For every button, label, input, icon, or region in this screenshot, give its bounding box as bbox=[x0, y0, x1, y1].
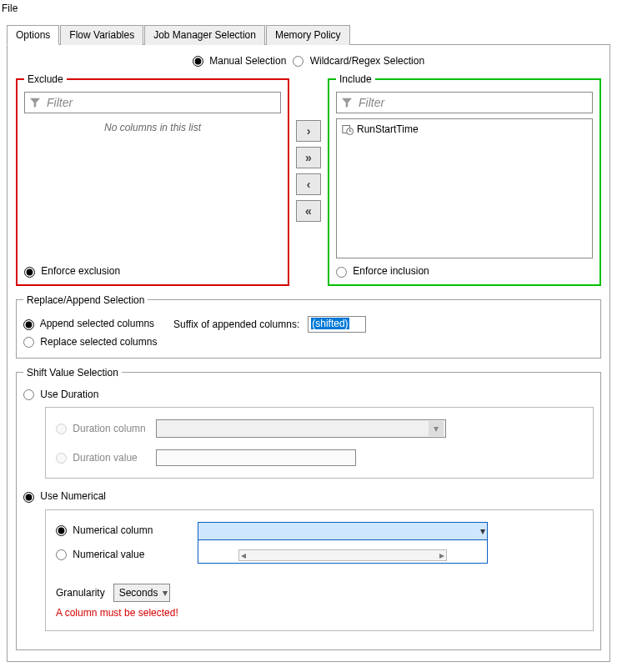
replace-columns-label: Replace selected columns bbox=[40, 336, 157, 348]
granularity-value: Seconds bbox=[119, 587, 158, 599]
tab-options[interactable]: Options bbox=[7, 25, 59, 45]
suffix-input[interactable]: (shifted) bbox=[308, 316, 366, 333]
duration-column-combo: ▾ bbox=[156, 419, 446, 438]
list-item[interactable]: RunStartTime bbox=[340, 123, 589, 136]
include-legend: Include bbox=[336, 73, 375, 85]
chevron-down-icon: ▾ bbox=[480, 525, 485, 537]
duration-sub-panel: Duration column ▾ Duration value bbox=[45, 407, 594, 479]
remove-all-button[interactable]: « bbox=[296, 200, 321, 222]
suffix-label: Suffix of appended columns: bbox=[173, 318, 299, 330]
exclude-legend: Exclude bbox=[24, 73, 67, 85]
exclude-filter-input[interactable] bbox=[24, 92, 281, 113]
chevron-down-icon: ▾ bbox=[163, 587, 168, 599]
filter-icon bbox=[341, 97, 353, 108]
radio-numerical-value[interactable]: Numerical value bbox=[56, 549, 189, 560]
radio-duration-value: Duration value bbox=[56, 452, 148, 464]
enforce-inclusion-label: Enforce inclusion bbox=[353, 265, 429, 277]
list-item-label: RunStartTime bbox=[357, 123, 419, 135]
numerical-column-combo[interactable]: ▾ bbox=[198, 522, 488, 540]
duration-value-input bbox=[156, 449, 356, 466]
use-numerical-label: Use Numerical bbox=[40, 490, 106, 502]
move-buttons-column: › » ‹ « bbox=[296, 73, 321, 293]
wildcard-selection-label: Wildcard/Regex Selection bbox=[310, 55, 424, 67]
numerical-value-label: Numerical value bbox=[73, 549, 144, 560]
chevron-down-icon: ▾ bbox=[429, 421, 444, 436]
shift-value-legend: Shift Value Selection bbox=[23, 367, 122, 379]
radio-append-columns[interactable]: Append selected columns bbox=[23, 318, 165, 329]
use-duration-label: Use Duration bbox=[40, 389, 98, 400]
menu-bar: File bbox=[0, 0, 617, 17]
exclude-panel: Exclude No columns in this list Enforce … bbox=[16, 73, 289, 285]
radio-numerical-column[interactable]: Numerical column bbox=[56, 522, 189, 536]
exclude-list[interactable]: No columns in this list bbox=[24, 118, 281, 258]
radio-replace-columns[interactable]: Replace selected columns bbox=[23, 336, 157, 348]
tab-memory-policy[interactable]: Memory Policy bbox=[266, 25, 350, 45]
duration-value-label: Duration value bbox=[73, 452, 137, 464]
replace-append-legend: Replace/Append Selection bbox=[23, 294, 148, 306]
numerical-column-label: Numerical column bbox=[73, 524, 153, 536]
filter-icon bbox=[29, 97, 41, 108]
shift-value-panel: Shift Value Selection Use Duration Durat… bbox=[16, 367, 601, 650]
manual-selection-label: Manual Selection bbox=[209, 55, 286, 67]
include-filter-input[interactable] bbox=[336, 92, 593, 113]
remove-button[interactable]: ‹ bbox=[296, 173, 321, 195]
menu-file[interactable]: File bbox=[2, 3, 18, 14]
tab-strip: Options Flow Variables Job Manager Selec… bbox=[7, 25, 610, 45]
suffix-value: (shifted) bbox=[311, 318, 349, 329]
granularity-combo[interactable]: Seconds ▾ bbox=[113, 584, 171, 602]
radio-wildcard-selection[interactable]: Wildcard/Regex Selection bbox=[293, 55, 424, 67]
radio-manual-selection[interactable]: Manual Selection bbox=[193, 55, 286, 67]
include-panel: Include RunStartTime bbox=[328, 73, 601, 285]
numerical-column-dropdown[interactable]: ◂▸ bbox=[198, 540, 488, 564]
radio-use-numerical[interactable]: Use Numerical bbox=[23, 490, 106, 502]
radio-use-duration[interactable]: Use Duration bbox=[23, 389, 98, 400]
include-list[interactable]: RunStartTime bbox=[336, 118, 593, 258]
add-button[interactable]: › bbox=[296, 120, 321, 142]
datetime-icon bbox=[342, 123, 354, 135]
enforce-exclusion-label: Enforce exclusion bbox=[41, 265, 120, 277]
error-message: A column must be selected! bbox=[56, 607, 583, 619]
tab-content-options: Manual Selection Wildcard/Regex Selectio… bbox=[7, 45, 610, 662]
append-columns-label: Append selected columns bbox=[40, 318, 154, 329]
radio-duration-column: Duration column bbox=[56, 423, 148, 434]
numerical-sub-panel: Numerical column ▾ ◂▸ Numerical v bbox=[45, 509, 594, 631]
radio-enforce-inclusion[interactable]: Enforce inclusion bbox=[336, 265, 429, 277]
add-all-button[interactable]: » bbox=[296, 147, 321, 168]
granularity-label: Granularity bbox=[56, 587, 105, 599]
exclude-empty-msg: No columns in this list bbox=[104, 122, 201, 133]
dropdown-scrollbar[interactable]: ◂▸ bbox=[238, 549, 447, 561]
tab-flow-variables[interactable]: Flow Variables bbox=[60, 25, 143, 45]
radio-enforce-exclusion[interactable]: Enforce exclusion bbox=[24, 265, 120, 277]
duration-column-label: Duration column bbox=[73, 423, 145, 434]
replace-append-panel: Replace/Append Selection Append selected… bbox=[16, 294, 601, 359]
tab-job-manager[interactable]: Job Manager Selection bbox=[144, 25, 265, 45]
